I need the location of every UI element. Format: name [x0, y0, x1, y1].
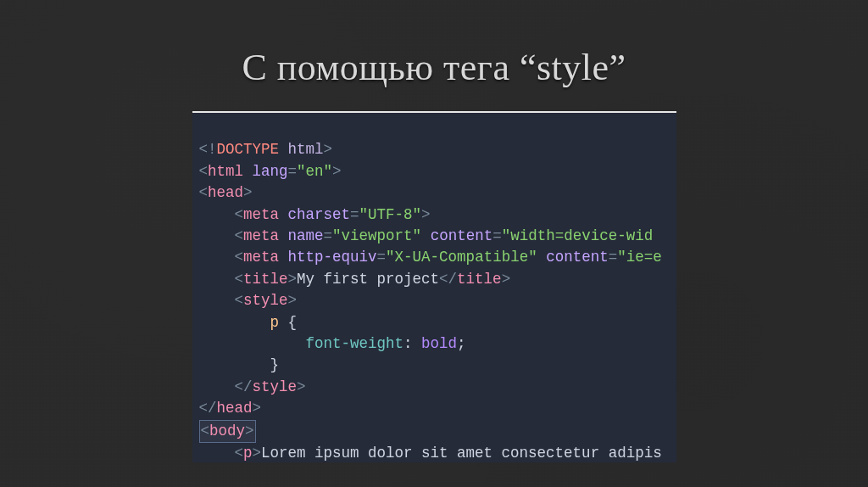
slide-title: С помощью тега “style” [242, 46, 626, 89]
code-line-11: } [199, 356, 280, 373]
code-line-13: </head> [199, 400, 262, 417]
slide: С помощью тега “style” <!DOCTYPE html> <… [0, 0, 868, 487]
code-line-8: <style> [199, 292, 298, 309]
code-line-1: <!DOCTYPE html> [199, 141, 333, 158]
code-editor: <!DOCTYPE html> <html lang="en"> <head> … [192, 111, 676, 462]
code-line-9: p { [199, 314, 298, 331]
code-line-10: font-weight: bold; [199, 335, 466, 352]
code-line-2: <html lang="en"> [199, 163, 342, 180]
code-line-4: <meta charset="UTF-8"> [199, 206, 431, 223]
code-line-7: <title>My first project</title> [199, 271, 511, 288]
code-line-15: <p>Lorem ipsum dolor sit amet consectetu… [199, 445, 662, 462]
code-line-6: <meta http-equiv="X-UA-Compatible" conte… [199, 249, 662, 266]
code-line-14-highlighted: <body> [199, 420, 256, 443]
code-line-5: <meta name="viewport" content="width=dev… [199, 227, 654, 244]
code-line-3: <head> [199, 184, 253, 201]
code-line-12: </style> [199, 378, 306, 395]
